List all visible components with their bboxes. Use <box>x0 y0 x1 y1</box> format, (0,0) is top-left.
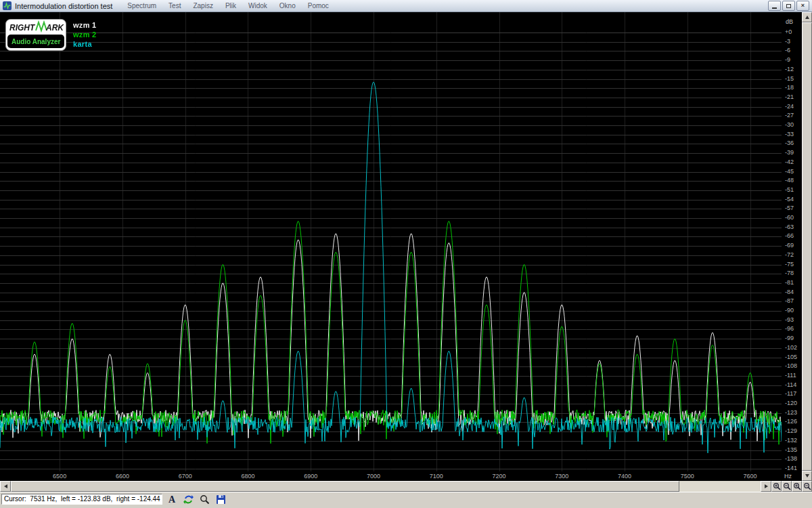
y-tick-label: -129 <box>785 427 803 435</box>
window-title: Intermodulation distortion test <box>15 2 112 10</box>
legend-labels: wzm 1wzm 2karta <box>73 19 97 51</box>
magnifier-plus-icon <box>773 482 781 490</box>
y-tick-label: -21 <box>785 93 803 101</box>
y-tick-label: -99 <box>785 335 803 342</box>
y-tick-label: -132 <box>785 437 803 444</box>
app-window: Intermodulation distortion test Spectrum… <box>0 0 812 508</box>
y-tick-label: -75 <box>785 261 803 268</box>
y-tick-label: -81 <box>785 279 803 287</box>
maximize-button[interactable] <box>782 1 795 11</box>
app-icon <box>3 1 12 10</box>
x-tick-label: 7400 <box>611 473 638 480</box>
y-tick-label: -33 <box>785 131 803 138</box>
menu-item-okno[interactable]: Okno <box>279 2 296 9</box>
maximize-icon <box>786 4 791 8</box>
zoom-out-x-button[interactable] <box>782 481 792 492</box>
y-tick-label: -12 <box>785 66 803 73</box>
v-scroll-thumb[interactable] <box>802 22 812 471</box>
menu-item-widok[interactable]: Widok <box>248 2 267 9</box>
x-tick-label: 6500 <box>46 473 73 480</box>
zoom-in-y-button[interactable] <box>792 481 802 492</box>
scroll-up-button[interactable] <box>802 12 812 22</box>
x-tick-label: 7300 <box>548 473 575 480</box>
y-tick-label: -57 <box>785 205 803 212</box>
minimize-icon <box>772 7 777 9</box>
y-tick-label: -51 <box>785 186 803 194</box>
save-button[interactable] <box>214 494 227 505</box>
y-tick-label: -126 <box>785 418 803 425</box>
zoom-out-y-button[interactable] <box>802 481 812 492</box>
y-tick-label: -105 <box>785 354 803 361</box>
y-tick-label: -138 <box>785 455 803 463</box>
menu-item-test[interactable]: Test <box>168 2 181 9</box>
x-tick-label: 7200 <box>486 473 513 480</box>
arrow-up-icon <box>805 16 809 19</box>
y-tick-label: -96 <box>785 325 803 333</box>
y-tick-label: +0 <box>785 28 803 36</box>
x-tick-label: 6800 <box>234 473 261 480</box>
y-tick-label: -39 <box>785 149 803 156</box>
y-tick-label: -36 <box>785 140 803 147</box>
floppy-disk-icon <box>216 494 226 505</box>
x-tick-label: 6600 <box>109 473 136 480</box>
menu-item-plik[interactable]: Plik <box>225 2 236 9</box>
svg-text:Audio Analyzer: Audio Analyzer <box>12 38 61 45</box>
y-tick-label: -90 <box>785 307 803 314</box>
y-tick-label: -30 <box>785 121 803 129</box>
y-tick-label: -45 <box>785 168 803 175</box>
svg-text:ARK: ARK <box>45 23 64 33</box>
y-tick-label: -111 <box>785 372 803 379</box>
y-tick-label: -93 <box>785 316 803 324</box>
zoom-in-x-button[interactable] <box>771 481 782 492</box>
x-tick-label: 7100 <box>423 473 450 480</box>
y-tick-label: -54 <box>785 196 803 203</box>
menu-item-pomoc[interactable]: Pomoc <box>308 2 329 9</box>
x-tick-label: 7500 <box>674 473 701 480</box>
titlebar: Intermodulation distortion test Spectrum… <box>0 0 812 12</box>
h-scroll-track[interactable] <box>679 481 761 492</box>
font-button[interactable]: A <box>165 494 179 505</box>
rightmark-logo: RIGHT ARK Audio Analyzer <box>5 19 66 51</box>
y-tick-label: -69 <box>785 242 803 249</box>
swap-arrows-icon <box>183 494 194 505</box>
statusbar: Cursor: 7531 Hz, left = -123.83 dB, righ… <box>0 492 812 508</box>
close-button[interactable]: × <box>796 1 809 11</box>
arrow-down-icon <box>805 474 809 478</box>
y-tick-label: -108 <box>785 362 803 370</box>
y-tick-label: -135 <box>785 446 803 454</box>
y-tick-label: -123 <box>785 409 803 417</box>
legend: RIGHT ARK Audio Analyzer wzm 1wzm 2karta <box>5 19 97 51</box>
y-tick-label: -117 <box>785 390 803 398</box>
scroll-down-button[interactable] <box>802 471 812 481</box>
legend-entry: karta <box>73 39 97 49</box>
close-icon: × <box>801 3 805 9</box>
menu-item-spectrum[interactable]: Spectrum <box>127 2 156 9</box>
minimize-button[interactable] <box>768 1 781 11</box>
x-tick-label: 7000 <box>360 473 387 480</box>
menu-bar: SpectrumTestZapiszPlikWidokOknoPomoc <box>127 2 768 9</box>
y-tick-label: -48 <box>785 177 803 184</box>
y-tick-label: -102 <box>785 344 803 352</box>
y-tick-label: -3 <box>785 38 803 45</box>
y-tick-label: -72 <box>785 251 803 259</box>
magnifier-minus-icon <box>803 482 811 490</box>
scroll-left-button[interactable] <box>0 481 11 492</box>
y-tick-label: -18 <box>785 84 803 91</box>
y-tick-label: -120 <box>785 400 803 407</box>
plot-region: dB +0-3-6-9-12-15-18-21-24-27-30-33-36-3… <box>0 12 812 481</box>
zoom-button[interactable] <box>198 494 211 505</box>
spectrum-plot[interactable] <box>0 12 782 471</box>
h-scroll-thumb[interactable] <box>11 481 679 492</box>
scroll-right-button[interactable] <box>761 481 771 492</box>
refresh-button[interactable] <box>181 494 195 505</box>
menu-item-zapisz[interactable]: Zapisz <box>193 2 212 9</box>
legend-entry: wzm 1 <box>73 20 97 30</box>
y-tick-label: -78 <box>785 270 803 277</box>
v-scrollbar[interactable] <box>802 12 812 481</box>
y-axis-unit: dB <box>786 18 793 25</box>
legend-entry: wzm 2 <box>73 30 97 39</box>
arrow-left-icon <box>4 484 7 488</box>
y-tick-label: -24 <box>785 103 803 110</box>
h-scrollbar[interactable] <box>0 481 812 492</box>
x-tick-label: 6900 <box>297 473 324 480</box>
